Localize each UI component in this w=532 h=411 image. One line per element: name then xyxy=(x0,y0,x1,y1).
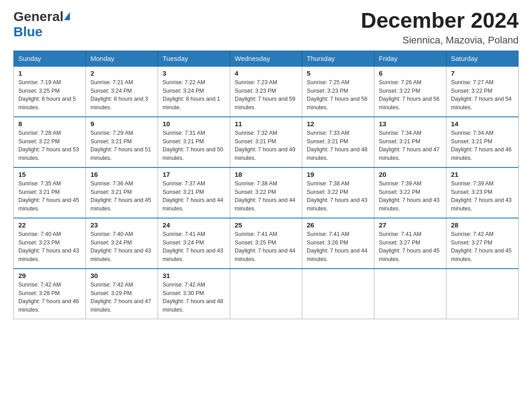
day-info: Sunrise: 7:38 AM Sunset: 3:22 PM Dayligh… xyxy=(235,180,297,213)
day-info: Sunrise: 7:32 AM Sunset: 3:21 PM Dayligh… xyxy=(235,129,297,163)
title-section: December 2024 Siennica, Mazovia, Poland xyxy=(361,9,519,46)
day-number: 20 xyxy=(379,171,442,178)
calendar-cell: 24 Sunrise: 7:41 AM Sunset: 3:24 PM Dayl… xyxy=(158,218,230,269)
day-header-tuesday: Tuesday xyxy=(158,51,230,66)
calendar-cell: 22 Sunrise: 7:40 AM Sunset: 3:23 PM Dayl… xyxy=(14,218,86,269)
day-header-thursday: Thursday xyxy=(302,51,374,66)
day-header-wednesday: Wednesday xyxy=(230,51,302,66)
calendar-header-row: SundayMondayTuesdayWednesdayThursdayFrid… xyxy=(14,51,519,66)
day-info: Sunrise: 7:21 AM Sunset: 3:24 PM Dayligh… xyxy=(90,78,153,112)
day-info: Sunrise: 7:40 AM Sunset: 3:24 PM Dayligh… xyxy=(90,230,153,264)
calendar-table: SundayMondayTuesdayWednesdayThursdayFrid… xyxy=(13,51,519,319)
day-info: Sunrise: 7:42 AM Sunset: 3:29 PM Dayligh… xyxy=(90,281,153,314)
calendar-cell: 9 Sunrise: 7:29 AM Sunset: 3:21 PM Dayli… xyxy=(86,117,158,167)
day-info: Sunrise: 7:37 AM Sunset: 3:21 PM Dayligh… xyxy=(163,180,225,213)
day-info: Sunrise: 7:41 AM Sunset: 3:27 PM Dayligh… xyxy=(379,230,442,264)
day-number: 17 xyxy=(163,171,225,178)
day-info: Sunrise: 7:22 AM Sunset: 3:24 PM Dayligh… xyxy=(163,78,225,112)
day-info: Sunrise: 7:19 AM Sunset: 3:25 PM Dayligh… xyxy=(18,78,81,112)
day-number: 10 xyxy=(163,120,225,128)
day-info: Sunrise: 7:42 AM Sunset: 3:28 PM Dayligh… xyxy=(18,281,81,314)
day-info: Sunrise: 7:38 AM Sunset: 3:22 PM Dayligh… xyxy=(307,180,369,213)
day-info: Sunrise: 7:41 AM Sunset: 3:26 PM Dayligh… xyxy=(307,230,369,264)
day-info: Sunrise: 7:35 AM Sunset: 3:21 PM Dayligh… xyxy=(18,180,81,213)
day-number: 16 xyxy=(90,171,153,178)
calendar-week-row: 29 Sunrise: 7:42 AM Sunset: 3:28 PM Dayl… xyxy=(14,269,519,319)
day-info: Sunrise: 7:42 AM Sunset: 3:30 PM Dayligh… xyxy=(163,281,225,314)
day-number: 5 xyxy=(307,69,369,77)
day-header-monday: Monday xyxy=(86,51,158,66)
month-title: December 2024 xyxy=(361,9,519,33)
calendar-cell: 30 Sunrise: 7:42 AM Sunset: 3:29 PM Dayl… xyxy=(86,269,158,319)
calendar-cell: 14 Sunrise: 7:34 AM Sunset: 3:21 PM Dayl… xyxy=(446,117,519,167)
calendar-cell: 25 Sunrise: 7:41 AM Sunset: 3:25 PM Dayl… xyxy=(230,218,302,269)
calendar-cell: 26 Sunrise: 7:41 AM Sunset: 3:26 PM Dayl… xyxy=(302,218,374,269)
day-info: Sunrise: 7:25 AM Sunset: 3:23 PM Dayligh… xyxy=(307,78,369,112)
day-info: Sunrise: 7:26 AM Sunset: 3:22 PM Dayligh… xyxy=(379,78,442,112)
day-number: 9 xyxy=(90,120,153,128)
day-number: 6 xyxy=(379,69,442,77)
day-info: Sunrise: 7:42 AM Sunset: 3:27 PM Dayligh… xyxy=(451,230,514,264)
day-number: 2 xyxy=(90,69,153,77)
calendar-week-row: 8 Sunrise: 7:28 AM Sunset: 3:22 PM Dayli… xyxy=(14,117,519,167)
day-number: 18 xyxy=(235,171,297,178)
calendar-cell: 15 Sunrise: 7:35 AM Sunset: 3:21 PM Dayl… xyxy=(14,167,86,218)
calendar-cell: 19 Sunrise: 7:38 AM Sunset: 3:22 PM Dayl… xyxy=(302,167,374,218)
day-number: 27 xyxy=(379,221,442,229)
calendar-cell: 7 Sunrise: 7:27 AM Sunset: 3:22 PM Dayli… xyxy=(446,66,519,117)
calendar-week-row: 1 Sunrise: 7:19 AM Sunset: 3:25 PM Dayli… xyxy=(14,66,519,117)
calendar-cell: 17 Sunrise: 7:37 AM Sunset: 3:21 PM Dayl… xyxy=(158,167,230,218)
calendar-cell: 28 Sunrise: 7:42 AM Sunset: 3:27 PM Dayl… xyxy=(446,218,519,269)
day-info: Sunrise: 7:29 AM Sunset: 3:21 PM Dayligh… xyxy=(90,129,153,163)
calendar-cell xyxy=(374,269,446,319)
page-header: General Blue December 2024 Siennica, Maz… xyxy=(13,9,519,46)
day-info: Sunrise: 7:28 AM Sunset: 3:22 PM Dayligh… xyxy=(18,129,81,163)
calendar-cell xyxy=(446,269,519,319)
day-info: Sunrise: 7:34 AM Sunset: 3:21 PM Dayligh… xyxy=(379,129,442,163)
day-info: Sunrise: 7:39 AM Sunset: 3:23 PM Dayligh… xyxy=(451,180,514,213)
day-number: 15 xyxy=(18,171,81,178)
calendar-week-row: 22 Sunrise: 7:40 AM Sunset: 3:23 PM Dayl… xyxy=(14,218,519,269)
calendar-cell: 18 Sunrise: 7:38 AM Sunset: 3:22 PM Dayl… xyxy=(230,167,302,218)
day-info: Sunrise: 7:27 AM Sunset: 3:22 PM Dayligh… xyxy=(451,78,514,112)
logo: General Blue xyxy=(13,9,70,39)
calendar-cell: 31 Sunrise: 7:42 AM Sunset: 3:30 PM Dayl… xyxy=(158,269,230,319)
day-number: 4 xyxy=(235,69,297,77)
day-number: 3 xyxy=(163,69,225,77)
day-info: Sunrise: 7:40 AM Sunset: 3:23 PM Dayligh… xyxy=(18,230,81,264)
calendar-cell: 23 Sunrise: 7:40 AM Sunset: 3:24 PM Dayl… xyxy=(86,218,158,269)
day-number: 12 xyxy=(307,120,369,128)
day-number: 19 xyxy=(307,171,369,178)
day-number: 8 xyxy=(18,120,81,128)
day-number: 25 xyxy=(235,221,297,229)
day-info: Sunrise: 7:31 AM Sunset: 3:21 PM Dayligh… xyxy=(163,129,225,163)
day-number: 22 xyxy=(18,221,81,229)
day-number: 11 xyxy=(235,120,297,128)
day-info: Sunrise: 7:41 AM Sunset: 3:24 PM Dayligh… xyxy=(163,230,225,264)
day-info: Sunrise: 7:33 AM Sunset: 3:21 PM Dayligh… xyxy=(307,129,369,163)
calendar-cell: 20 Sunrise: 7:39 AM Sunset: 3:22 PM Dayl… xyxy=(374,167,446,218)
logo-blue: Blue xyxy=(13,24,43,39)
calendar-cell: 21 Sunrise: 7:39 AM Sunset: 3:23 PM Dayl… xyxy=(446,167,519,218)
calendar-cell: 16 Sunrise: 7:36 AM Sunset: 3:21 PM Dayl… xyxy=(86,167,158,218)
day-number: 24 xyxy=(163,221,225,229)
day-info: Sunrise: 7:23 AM Sunset: 3:23 PM Dayligh… xyxy=(235,78,297,112)
day-info: Sunrise: 7:39 AM Sunset: 3:22 PM Dayligh… xyxy=(379,180,442,213)
day-number: 31 xyxy=(163,272,225,279)
calendar-week-row: 15 Sunrise: 7:35 AM Sunset: 3:21 PM Dayl… xyxy=(14,167,519,218)
calendar-cell: 6 Sunrise: 7:26 AM Sunset: 3:22 PM Dayli… xyxy=(374,66,446,117)
calendar-cell: 29 Sunrise: 7:42 AM Sunset: 3:28 PM Dayl… xyxy=(14,269,86,319)
day-info: Sunrise: 7:41 AM Sunset: 3:25 PM Dayligh… xyxy=(235,230,297,264)
day-header-saturday: Saturday xyxy=(446,51,519,66)
day-number: 21 xyxy=(451,171,514,178)
calendar-cell: 27 Sunrise: 7:41 AM Sunset: 3:27 PM Dayl… xyxy=(374,218,446,269)
day-number: 14 xyxy=(451,120,514,128)
day-number: 29 xyxy=(18,272,81,279)
location-title: Siennica, Mazovia, Poland xyxy=(361,34,519,46)
calendar-cell: 5 Sunrise: 7:25 AM Sunset: 3:23 PM Dayli… xyxy=(302,66,374,117)
day-header-friday: Friday xyxy=(374,51,446,66)
calendar-cell: 11 Sunrise: 7:32 AM Sunset: 3:21 PM Dayl… xyxy=(230,117,302,167)
day-number: 1 xyxy=(18,69,81,77)
logo-general: General xyxy=(13,9,64,24)
day-info: Sunrise: 7:34 AM Sunset: 3:21 PM Dayligh… xyxy=(451,129,514,163)
